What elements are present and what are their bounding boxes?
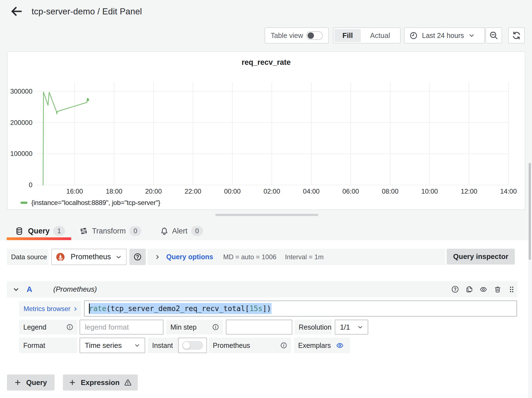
expression-token-duration: 15s	[249, 304, 262, 313]
type-field-label: Prometheus	[209, 338, 291, 353]
y-axis-tick-label: 300000	[10, 88, 32, 95]
bell-icon	[161, 227, 167, 235]
database-icon	[16, 227, 22, 235]
panel-resize-handle[interactable]	[215, 214, 318, 216]
metrics-browser-button[interactable]: Metrics browser	[19, 301, 81, 317]
chart-element: 08:00	[382, 188, 398, 195]
chart-element: 16:00	[66, 188, 83, 195]
editor-tabs: Query 1 Transform 0 Alert 0	[0, 223, 532, 239]
query-ref-id[interactable]: A	[27, 285, 32, 294]
query-datasource-hint: (Prometheus)	[53, 285, 97, 294]
format-field-label: Format	[19, 338, 77, 353]
expression-token-punct: ])	[262, 304, 271, 313]
table-view-label: Table view	[271, 32, 303, 40]
query-help-button[interactable]	[451, 286, 459, 293]
resolution-value: 1/1	[340, 323, 350, 332]
query-options-bar[interactable]: Query options MD = auto = 1006 Interval …	[147, 249, 445, 265]
legend-format-placeholder: legend format	[85, 323, 129, 332]
chevron-down-icon	[469, 32, 475, 38]
expression-token-punct: [	[245, 304, 250, 313]
eye-icon	[480, 286, 487, 293]
tab-query-label: Query	[28, 227, 50, 235]
datasource-row: Data source Prometheus	[7, 249, 445, 265]
query-options-row-2: Format Time series Instant Prometheus Ex…	[19, 338, 350, 353]
table-view-toggle[interactable]: Table view	[265, 27, 329, 43]
instant-switch	[182, 341, 203, 350]
chevron-down-icon	[357, 324, 363, 330]
legend-format-input[interactable]: legend format	[80, 320, 163, 335]
query-row-header[interactable]: A (Prometheus)	[7, 281, 518, 297]
clock-icon	[410, 32, 418, 40]
zoom-out-button[interactable]	[485, 27, 502, 43]
tab-transform[interactable]: Transform 0	[80, 223, 141, 239]
plus-icon	[69, 379, 76, 386]
add-expression-label: Expression	[81, 378, 119, 387]
scrollbar-gutter	[528, 240, 532, 398]
tab-transform-count: 0	[129, 226, 141, 236]
datasource-picker[interactable]: Prometheus	[51, 249, 127, 265]
time-series-chart[interactable]: 16:0018:0020:0022:0000:0002:0004:0006:00…	[7, 52, 525, 209]
type-label-text: Prometheus	[213, 341, 250, 350]
resolution-field-label: Resolution	[295, 320, 332, 335]
plus-icon	[14, 379, 21, 386]
page-scrollbar-thumb[interactable]	[529, 163, 531, 260]
chart-element: 20:00	[145, 188, 162, 195]
chart-element: 10:00	[421, 188, 438, 195]
datasource-value: Prometheus	[71, 253, 116, 261]
remove-query-button[interactable]	[494, 286, 501, 293]
legend-field-label: Legend	[19, 320, 77, 335]
instant-toggle[interactable]	[178, 338, 207, 353]
time-range-picker[interactable]: Last 24 hours	[404, 27, 485, 43]
chevron-down-icon	[12, 286, 20, 293]
expression-selected-text: rate(tcp_server_demo2_req_recv_total[15s…	[89, 303, 272, 314]
format-select[interactable]: Time series	[80, 338, 145, 353]
actual-button[interactable]: Actual	[361, 29, 399, 42]
exemplars-label-text: Exemplars	[298, 341, 331, 350]
datasource-help-button[interactable]	[129, 249, 146, 265]
chart-element: 06:00	[342, 188, 359, 195]
chart-panel: req_recv_rate 16:0018:0020:0022:0000:000…	[7, 51, 525, 210]
add-query-button[interactable]: Query	[7, 374, 55, 391]
table-view-switch[interactable]	[306, 31, 323, 40]
tab-alert-count: 0	[191, 226, 203, 236]
tab-transform-label: Transform	[92, 227, 126, 235]
tab-alert-label: Alert	[172, 227, 188, 235]
tab-alert[interactable]: Alert 0	[161, 223, 203, 239]
series-legend[interactable]: {instance="localhost:8889", job="tcp-ser…	[21, 198, 160, 207]
refresh-button[interactable]	[508, 27, 525, 43]
legend-color-swatch	[21, 202, 27, 204]
add-expression-button[interactable]: Expression	[63, 374, 138, 391]
min-step-input[interactable]	[226, 320, 292, 335]
chart-element: 04:00	[303, 188, 319, 195]
hide-query-button[interactable]	[480, 286, 487, 293]
query-inspector-button[interactable]: Query inspector	[447, 249, 515, 265]
question-circle-icon	[451, 286, 459, 293]
back-button[interactable]	[10, 5, 23, 18]
duplicate-query-button[interactable]	[466, 286, 473, 293]
format-value: Time series	[85, 341, 122, 350]
info-circle-icon[interactable]	[280, 342, 287, 349]
resolution-select[interactable]: 1/1	[335, 320, 368, 335]
collapse-query-button[interactable]	[12, 286, 20, 293]
chart-element: 02:00	[264, 188, 280, 195]
query-options-row-1: Legend legend format Min step Resolution…	[19, 320, 368, 335]
eye-icon-blue[interactable]	[336, 342, 344, 349]
promql-expression-input[interactable]: rate(tcp_server_demo2_req_recv_total[15s…	[84, 301, 517, 317]
expression-token-metric: tcp_server_demo2_req_recv_total	[111, 304, 245, 313]
y-axis-tick-label: 100000	[10, 150, 32, 157]
instant-field-label: Instant	[148, 338, 178, 353]
chart-element: 00:00	[224, 188, 241, 195]
copy-icon	[466, 286, 473, 293]
drag-query-handle[interactable]	[508, 286, 515, 293]
question-circle-icon	[134, 253, 142, 261]
fill-actual-segmented: Fill Actual	[333, 27, 401, 43]
refresh-icon	[512, 31, 521, 40]
legend-series-label: {instance="localhost:8889", job="tcp-ser…	[31, 199, 160, 207]
prometheus-logo	[56, 253, 65, 261]
resolution-label-text: Resolution	[299, 323, 331, 331]
info-circle-icon[interactable]	[66, 324, 73, 330]
tab-query[interactable]: Query 1	[16, 223, 65, 239]
fill-button[interactable]: Fill	[334, 29, 361, 42]
legend-label-text: Legend	[23, 323, 46, 331]
info-circle-icon[interactable]	[212, 324, 219, 330]
